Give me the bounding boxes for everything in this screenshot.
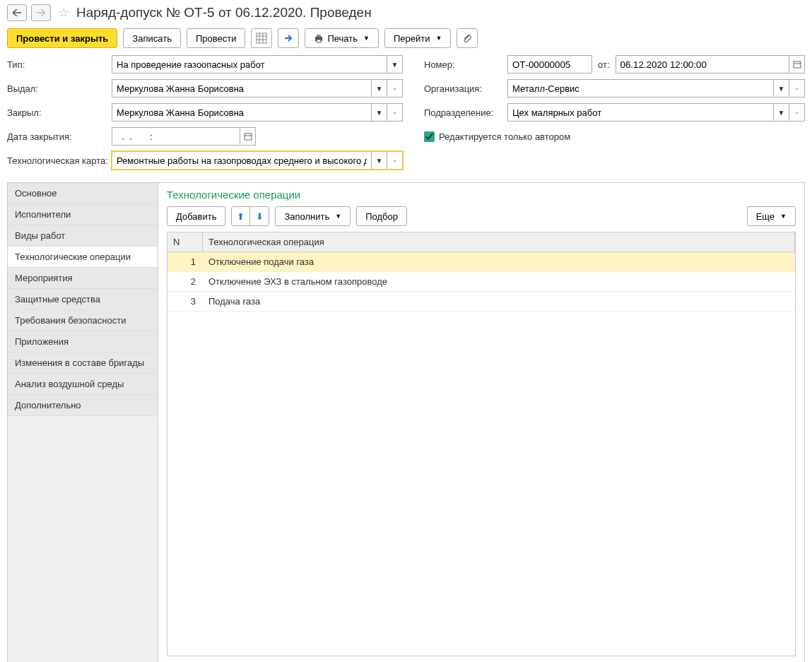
- open-link-icon: ▫: [796, 85, 799, 93]
- closed-dropdown-button[interactable]: ▼: [372, 103, 387, 122]
- create-from-button[interactable]: [278, 28, 299, 48]
- more-button[interactable]: Еще▼: [747, 206, 796, 226]
- close-date-label: Дата закрытия:: [7, 131, 112, 142]
- col-header-n[interactable]: N: [167, 232, 203, 252]
- sidebar-item[interactable]: Защитные средства: [8, 289, 158, 310]
- paperclip-icon: [462, 33, 472, 43]
- printer-icon: [314, 33, 324, 43]
- number-input[interactable]: [507, 55, 592, 73]
- type-label: Тип:: [7, 59, 112, 70]
- print-button[interactable]: Печать▼: [305, 28, 379, 48]
- open-link-icon: ▫: [394, 109, 396, 117]
- sidebar-item[interactable]: Мероприятия: [8, 268, 158, 289]
- cell-n: 1: [167, 252, 203, 271]
- caret-down-icon: ▼: [376, 157, 383, 165]
- fill-button[interactable]: Заполнить▼: [275, 206, 351, 226]
- calendar-icon: [244, 132, 252, 141]
- sidebar-item[interactable]: Основное: [8, 183, 158, 204]
- dept-dropdown-button[interactable]: ▼: [774, 103, 789, 122]
- cell-operation: Отключение подачи газа: [203, 252, 795, 271]
- section-sidebar: ОсновноеИсполнителиВиды работТехнологиче…: [8, 183, 158, 662]
- sidebar-item[interactable]: Анализ воздушной среды: [8, 374, 158, 395]
- sidebar-item[interactable]: Дополнительно: [8, 395, 158, 416]
- type-input[interactable]: [112, 55, 387, 73]
- col-header-operation[interactable]: Технологическая операция: [203, 232, 795, 252]
- caret-down-icon: ▼: [392, 61, 399, 69]
- save-button[interactable]: Записать: [123, 28, 181, 48]
- number-label: Номер:: [424, 59, 502, 70]
- calendar-grid-icon: [256, 32, 267, 44]
- caret-down-icon: ▼: [376, 109, 383, 117]
- edit-author-only-checkbox[interactable]: [424, 131, 435, 142]
- cell-operation: Отключение ЭХЗ в стальном газопроводе: [203, 272, 795, 291]
- open-link-icon: ▫: [796, 109, 799, 117]
- table-row[interactable]: 2Отключение ЭХЗ в стальном газопроводе: [167, 272, 795, 292]
- issued-open-button[interactable]: ▫: [387, 79, 403, 97]
- type-dropdown-button[interactable]: ▼: [387, 55, 403, 73]
- caret-down-icon: ▼: [435, 35, 442, 42]
- issued-input[interactable]: [112, 79, 372, 97]
- svg-rect-7: [317, 40, 321, 42]
- from-label: от:: [598, 59, 610, 70]
- org-input[interactable]: [507, 79, 774, 97]
- issued-label: Выдал:: [7, 83, 112, 94]
- edit-author-only-label: Редактируется только автором: [439, 131, 570, 142]
- post-and-close-button[interactable]: Провести и закрыть: [7, 28, 117, 48]
- closed-open-button[interactable]: ▫: [387, 103, 403, 122]
- techcard-input[interactable]: [112, 151, 372, 170]
- post-button[interactable]: Провести: [187, 28, 246, 48]
- techcard-label: Технологическая карта:: [7, 155, 112, 166]
- table-row[interactable]: 3Подача газа: [167, 292, 795, 312]
- caret-down-icon: ▼: [778, 85, 785, 93]
- add-row-button[interactable]: Добавить: [167, 206, 225, 226]
- cell-operation: Подача газа: [203, 292, 795, 311]
- page-title: Наряд-допуск № ОТ-5 от 06.12.2020. Прове…: [76, 5, 372, 20]
- techcard-dropdown-button[interactable]: ▼: [372, 151, 387, 170]
- favorite-star-icon[interactable]: ☆: [58, 5, 69, 20]
- move-up-button[interactable]: ⬆: [232, 207, 250, 225]
- doc-date-picker-button[interactable]: [789, 55, 805, 73]
- cell-n: 3: [167, 292, 203, 311]
- org-label: Организация:: [424, 83, 502, 94]
- org-dropdown-button[interactable]: ▼: [774, 79, 789, 97]
- caret-down-icon: ▼: [778, 109, 785, 117]
- nav-forward-button[interactable]: [31, 4, 51, 21]
- close-date-picker-button[interactable]: [240, 127, 256, 146]
- arrow-down-icon: ⬇: [256, 211, 264, 222]
- arrow-up-icon: ⬆: [237, 211, 245, 222]
- techcard-open-button[interactable]: ▫: [387, 151, 403, 170]
- svg-rect-0: [257, 33, 266, 43]
- dept-open-button[interactable]: ▫: [789, 103, 805, 122]
- svg-rect-8: [245, 134, 252, 140]
- open-link-icon: ▫: [394, 85, 396, 93]
- sidebar-item[interactable]: Изменения в составе бригады: [8, 353, 158, 374]
- issued-dropdown-button[interactable]: ▼: [372, 79, 387, 97]
- svg-rect-6: [317, 35, 321, 37]
- goto-button[interactable]: Перейти▼: [384, 28, 451, 48]
- dept-label: Подразделение:: [424, 107, 502, 118]
- open-link-icon: ▫: [394, 157, 396, 165]
- cell-n: 2: [167, 272, 203, 291]
- closed-input[interactable]: [112, 103, 372, 122]
- org-open-button[interactable]: ▫: [789, 79, 805, 97]
- svg-rect-10: [794, 61, 801, 68]
- section-title: Технологические операции: [167, 189, 796, 201]
- sidebar-item[interactable]: Требования безопасности: [8, 310, 158, 331]
- nav-back-button[interactable]: [7, 4, 27, 21]
- caret-down-icon: ▼: [376, 85, 383, 93]
- pick-button[interactable]: Подбор: [356, 206, 407, 226]
- sidebar-item[interactable]: Технологические операции: [8, 247, 158, 268]
- doc-date-input[interactable]: [616, 55, 789, 73]
- caret-down-icon: ▼: [780, 213, 787, 220]
- sidebar-item[interactable]: Исполнители: [8, 204, 158, 225]
- attachments-button[interactable]: [457, 28, 478, 48]
- arrow-right-blue-icon: [283, 33, 293, 43]
- caret-down-icon: ▼: [363, 35, 370, 42]
- sidebar-item[interactable]: Виды работ: [8, 225, 158, 247]
- table-row[interactable]: 1Отключение подачи газа: [167, 252, 795, 272]
- calendar-tool-button[interactable]: [251, 28, 272, 48]
- sidebar-item[interactable]: Приложения: [8, 331, 158, 353]
- dept-input[interactable]: [507, 103, 774, 122]
- close-date-input[interactable]: [112, 127, 240, 146]
- move-down-button[interactable]: ⬇: [250, 207, 269, 225]
